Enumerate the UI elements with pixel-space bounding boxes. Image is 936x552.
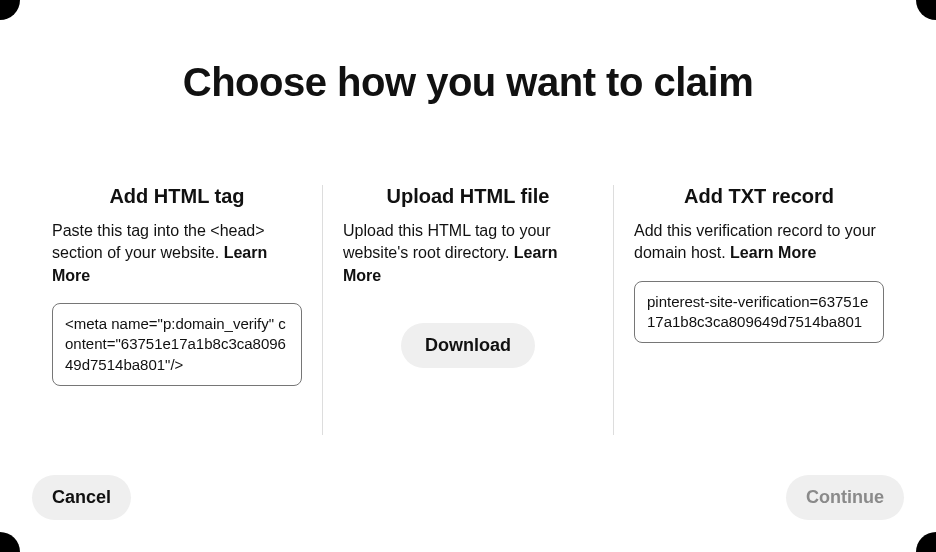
txt-record-code[interactable]: pinterest-site-verification=63751e17a1b8… (634, 281, 884, 344)
option-description-block: Add this verification record to your dom… (634, 220, 884, 265)
modal-title: Choose how you want to claim (32, 60, 904, 105)
option-description-block: Paste this tag into the <head> section o… (52, 220, 302, 287)
option-html-file[interactable]: Upload HTML file Upload this HTML tag to… (322, 185, 613, 435)
option-txt-record[interactable]: Add TXT record Add this verification rec… (613, 185, 904, 435)
continue-button[interactable]: Continue (786, 475, 904, 520)
option-title: Add TXT record (634, 185, 884, 208)
modal-footer: Cancel Continue (32, 475, 904, 520)
options-row: Add HTML tag Paste this tag into the <he… (32, 185, 904, 435)
html-tag-code[interactable]: <meta name="p:domain_verify" content="63… (52, 303, 302, 386)
option-title: Upload HTML file (343, 185, 593, 208)
learn-more-link[interactable]: Learn More (730, 244, 816, 261)
download-button-wrap: Download (343, 323, 593, 368)
cancel-button[interactable]: Cancel (32, 475, 131, 520)
option-html-tag[interactable]: Add HTML tag Paste this tag into the <he… (32, 185, 322, 435)
option-title: Add HTML tag (52, 185, 302, 208)
claim-method-modal: Choose how you want to claim Add HTML ta… (0, 0, 936, 552)
option-description-block: Upload this HTML tag to your website's r… (343, 220, 593, 287)
download-button[interactable]: Download (401, 323, 535, 368)
